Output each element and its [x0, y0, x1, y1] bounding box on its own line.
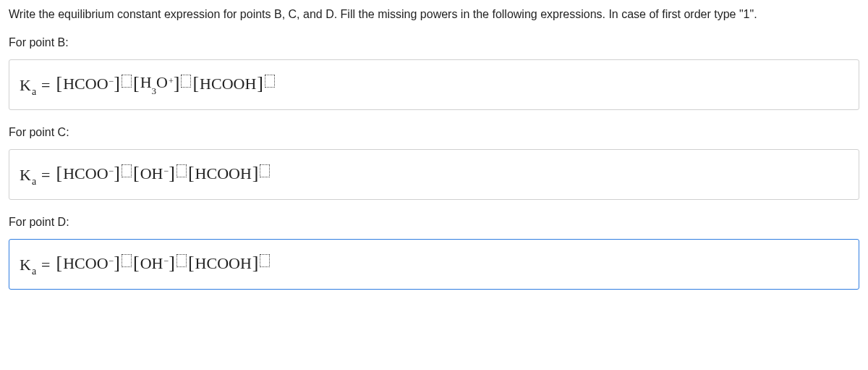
instruction-text: Write the equilibrium constant expressio… [9, 6, 859, 23]
charge: − [109, 76, 114, 87]
k-letter: K [20, 166, 31, 185]
right-bracket: ] [114, 252, 120, 274]
power-input-b3[interactable] [265, 75, 275, 88]
right-bracket: ] [174, 72, 180, 94]
term-hcooh: [ HCOOH ] [192, 73, 263, 95]
equals-sign: = [41, 76, 50, 95]
k-letter: K [20, 76, 31, 95]
term-oh-minus: [ OH − ] [133, 163, 175, 185]
charge: − [163, 166, 169, 177]
equation-box-c: K a = [ HCOO − ] [ OH − ] [ HCOOH ] [9, 149, 859, 200]
equation-box-b: K a = [ HCOO − ] [ H3O + ] [ HCOOH ] [9, 59, 859, 110]
charge: + [169, 76, 174, 87]
power-input-c3[interactable] [260, 164, 270, 177]
term-hcoo-minus: [ HCOO − ] [56, 73, 120, 95]
left-bracket: [ [188, 162, 195, 184]
k-subscript: a [32, 266, 36, 277]
term-hcooh: [ HCOOH ] [188, 253, 259, 274]
k-letter: K [20, 256, 31, 274]
species-text: HCOOH [195, 254, 252, 273]
point-b-label: For point B: [9, 36, 859, 49]
equation-box-d[interactable]: K a = [ HCOO − ] [ OH − ] [ HCOOH ] [9, 239, 859, 290]
left-bracket: [ [133, 252, 140, 274]
power-input-c2[interactable] [176, 164, 187, 177]
right-bracket: ] [169, 162, 175, 184]
left-bracket: [ [188, 252, 195, 274]
equation-d: K a = [ HCOO − ] [ OH − ] [ HCOOH ] [20, 253, 848, 274]
term-hcoo-minus: [ HCOO − ] [56, 163, 120, 185]
right-bracket: ] [114, 162, 120, 184]
term-hcoo-minus: [ HCOO − ] [56, 253, 120, 274]
left-bracket: [ [56, 72, 63, 94]
species-text: H3O [140, 73, 169, 94]
species-text: HCOO [62, 254, 109, 273]
point-d-label: For point D: [9, 216, 859, 229]
power-input-c1[interactable] [122, 164, 132, 177]
species-text: OH [140, 254, 164, 273]
left-bracket: [ [192, 72, 199, 94]
left-bracket: [ [133, 72, 140, 94]
h-pre: H [140, 73, 152, 91]
equation-b: K a = [ HCOO − ] [ H3O + ] [ HCOOH ] [20, 73, 848, 95]
left-bracket: [ [133, 162, 140, 184]
species-text: OH [140, 164, 164, 183]
species-text: HCOOH [199, 75, 257, 93]
sub-3: 3 [152, 85, 157, 96]
right-bracket: ] [257, 72, 263, 94]
k-symbol: K a [20, 256, 35, 274]
species-text: HCOO [62, 164, 109, 183]
charge: − [109, 256, 114, 266]
point-c-label: For point C: [9, 126, 859, 139]
term-oh-minus: [ OH − ] [133, 253, 175, 274]
power-input-b1[interactable] [122, 75, 132, 88]
power-input-d1[interactable] [122, 254, 132, 267]
o-post: O [156, 73, 168, 91]
left-bracket: [ [56, 252, 63, 274]
term-h3o-plus: [ H3O + ] [133, 73, 179, 95]
right-bracket: ] [252, 252, 259, 274]
equals-sign: = [41, 256, 50, 274]
charge: − [163, 256, 169, 266]
k-subscript: a [32, 86, 36, 98]
species-text: HCOOH [195, 164, 252, 183]
k-subscript: a [32, 176, 36, 188]
term-hcooh: [ HCOOH ] [188, 163, 259, 185]
power-input-d3[interactable] [260, 254, 270, 267]
equation-c: K a = [ HCOO − ] [ OH − ] [ HCOOH ] [20, 163, 848, 185]
k-symbol: K a [20, 166, 35, 185]
equals-sign: = [41, 166, 50, 185]
right-bracket: ] [252, 162, 259, 184]
charge: − [109, 166, 114, 177]
right-bracket: ] [169, 252, 175, 274]
species-text: HCOO [62, 75, 109, 93]
k-symbol: K a [20, 76, 35, 95]
right-bracket: ] [114, 72, 120, 94]
power-input-b2[interactable] [181, 75, 191, 88]
left-bracket: [ [56, 162, 63, 184]
power-input-d2[interactable] [176, 254, 187, 267]
